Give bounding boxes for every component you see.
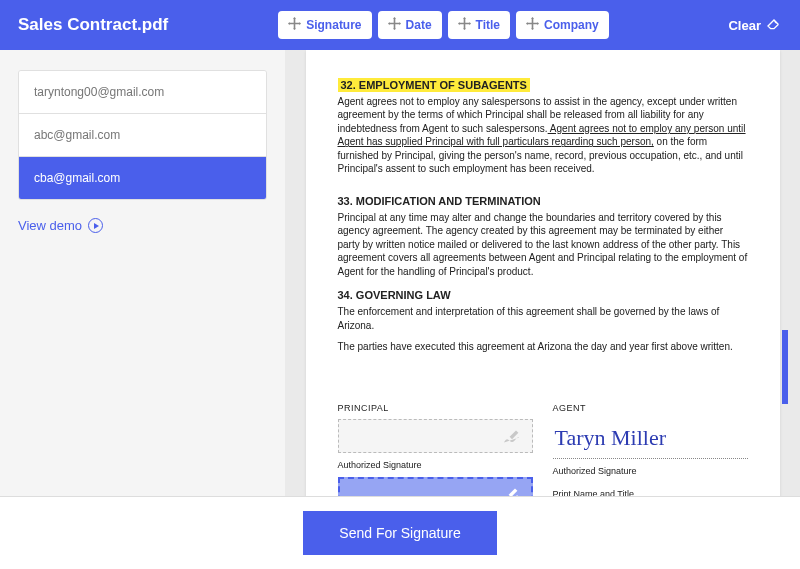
clear-label: Clear — [728, 18, 761, 33]
recipient-item[interactable]: taryntong00@gmail.com — [19, 71, 266, 114]
agent-label: AGENT — [553, 402, 748, 414]
signature-line — [553, 458, 748, 459]
section-body: Principal at any time may alter and chan… — [338, 211, 748, 279]
app-header: Sales Contract.pdf Signature Date Title … — [0, 0, 800, 50]
move-icon — [526, 17, 539, 33]
view-demo-link[interactable]: View demo — [18, 218, 267, 233]
auth-sig-label: Authorized Signature — [553, 465, 748, 477]
clear-button[interactable]: Clear — [728, 16, 782, 35]
date-tool-label: Date — [406, 18, 432, 32]
play-icon — [88, 218, 103, 233]
signature-placeholder[interactable] — [338, 419, 533, 453]
pen-icon — [501, 486, 521, 496]
section-heading: 33. MODIFICATION AND TERMINATION — [338, 194, 748, 209]
section-body: The parties have executed this agreement… — [338, 340, 748, 354]
scrollbar-thumb[interactable] — [782, 330, 788, 404]
title-tool-label: Title — [476, 18, 500, 32]
move-icon — [288, 17, 301, 33]
document-viewport[interactable]: 32. EMPLOYMENT OF SUBAGENTS Agent agrees… — [285, 50, 800, 496]
signature-tool[interactable]: Signature — [278, 11, 371, 39]
section-heading: 34. GOVERNING LAW — [338, 288, 748, 303]
move-icon — [388, 17, 401, 33]
send-for-signature-button[interactable]: Send For Signature — [303, 511, 496, 555]
recipient-list: taryntong00@gmail.com abc@gmail.com cba@… — [18, 70, 267, 200]
date-tool[interactable]: Date — [378, 11, 442, 39]
signature-row: PRINCIPAL Authorized Signature AGENT Tar… — [338, 402, 748, 496]
sidebar: taryntong00@gmail.com abc@gmail.com cba@… — [0, 50, 285, 496]
section-heading: 32. EMPLOYMENT OF SUBAGENTS — [338, 78, 748, 93]
eraser-icon — [766, 16, 782, 35]
recipient-item[interactable]: cba@gmail.com — [19, 157, 266, 199]
company-tool-label: Company — [544, 18, 599, 32]
agent-column: AGENT Taryn Miller Authorized Signature … — [553, 402, 748, 496]
principal-column: PRINCIPAL Authorized Signature — [338, 402, 533, 496]
section-body: Agent agrees not to employ any salespers… — [338, 95, 748, 176]
pen-icon — [502, 428, 522, 444]
principal-label: PRINCIPAL — [338, 402, 533, 414]
document-title: Sales Contract.pdf — [18, 15, 168, 35]
agent-signature: Taryn Miller — [553, 419, 748, 457]
company-tool[interactable]: Company — [516, 11, 609, 39]
auth-sig-label: Authorized Signature — [338, 459, 533, 471]
main-area: taryntong00@gmail.com abc@gmail.com cba@… — [0, 50, 800, 496]
signature-field-active[interactable] — [338, 477, 533, 496]
section-body: The enforcement and interpretation of th… — [338, 305, 748, 332]
toolbar: Signature Date Title Company — [278, 11, 609, 39]
signature-tool-label: Signature — [306, 18, 361, 32]
view-demo-label: View demo — [18, 218, 82, 233]
title-tool[interactable]: Title — [448, 11, 510, 39]
recipient-item[interactable]: abc@gmail.com — [19, 114, 266, 157]
document-page: 32. EMPLOYMENT OF SUBAGENTS Agent agrees… — [306, 50, 780, 496]
print-name-label: Print Name and Title — [553, 488, 748, 497]
move-icon — [458, 17, 471, 33]
footer: Send For Signature — [0, 496, 800, 569]
